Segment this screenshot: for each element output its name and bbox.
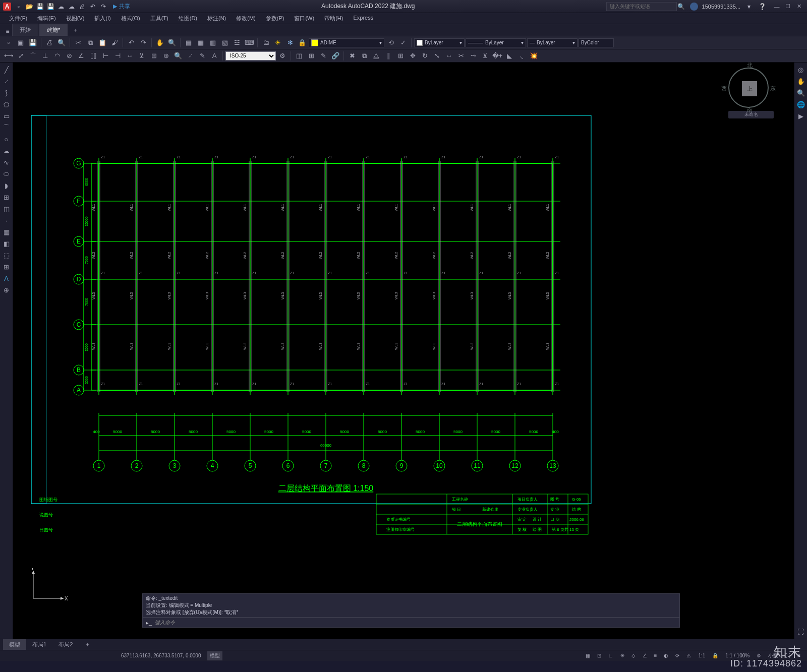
restore-button[interactable]: ☐ <box>783 3 793 11</box>
undo-icon[interactable]: ↶ <box>88 2 97 11</box>
scale-label[interactable]: 1:1 / 100% <box>723 652 752 659</box>
dim-arc-icon[interactable]: ⌒ <box>27 50 38 62</box>
drawing-canvas[interactable]: ABCDEFG 12345678910111213 40050005000500… <box>13 63 794 639</box>
xref-icon[interactable]: 🔗 <box>330 50 341 62</box>
spline-icon[interactable]: ∿ <box>2 157 12 167</box>
transparency-icon[interactable]: ◐ <box>661 652 671 659</box>
color-dropdown[interactable]: ByLayer▾ <box>414 38 465 47</box>
jog-icon[interactable]: ⟋ <box>185 50 196 62</box>
insert-icon[interactable]: ⊞ <box>306 50 317 62</box>
hatch-icon[interactable]: ▦ <box>2 227 12 237</box>
nav-zoom-icon[interactable]: 🔍 <box>796 88 806 98</box>
viewport-max-icon[interactable]: ⛶ <box>796 627 806 637</box>
layout-add[interactable]: ＋ <box>79 639 96 650</box>
dimedit-icon[interactable]: ✎ <box>197 50 208 62</box>
new-icon[interactable]: ▫ <box>14 2 23 11</box>
status-model[interactable]: 模型 <box>207 651 222 660</box>
new-tab-button[interactable]: ＋ <box>69 24 82 36</box>
grid-icon[interactable]: ▦ <box>583 652 593 659</box>
dim-angular-icon[interactable]: ∠ <box>76 50 87 62</box>
menu-parametric[interactable]: 参数(P) <box>261 13 290 24</box>
revcloud-icon[interactable]: ☁ <box>2 146 12 156</box>
ellipse-arc-icon[interactable]: ◗ <box>2 180 12 191</box>
save-icon[interactable]: 💾 <box>35 2 44 11</box>
menu-file[interactable]: 文件(F) <box>4 13 32 24</box>
trim-icon[interactable]: ✂ <box>455 50 467 62</box>
array-icon[interactable]: ⊞ <box>395 50 406 62</box>
menu-modify[interactable]: 修改(M) <box>231 13 261 24</box>
preview-icon[interactable]: 🔍 <box>56 37 67 48</box>
plotstyle-dropdown[interactable]: ByColor <box>579 38 614 47</box>
calc-icon[interactable]: ⌨ <box>244 37 255 48</box>
dim-continue-icon[interactable]: ⊣ <box>112 50 123 62</box>
edit-attr-icon[interactable]: ✎ <box>318 50 329 62</box>
plot-icon[interactable]: 🖨 <box>78 2 87 11</box>
extend-icon[interactable]: ⤳ <box>468 50 479 62</box>
share-button[interactable]: ▶ 共享 <box>113 3 130 10</box>
tab-current[interactable]: 建施* <box>39 24 68 36</box>
scale-icon[interactable]: ⤡ <box>431 50 442 62</box>
otrack-icon[interactable]: ∠ <box>640 652 650 659</box>
osnap-icon[interactable]: ◇ <box>629 652 638 659</box>
designcenter-icon[interactable]: ▦ <box>195 37 206 48</box>
tolerance-icon[interactable]: ⊞ <box>148 50 159 62</box>
open-doc-icon[interactable]: ▣ <box>15 37 26 48</box>
undo2-icon[interactable]: ↶ <box>126 37 137 48</box>
menu-draw[interactable]: 绘图(D) <box>174 13 202 24</box>
layout-2[interactable]: 布局2 <box>52 639 79 650</box>
menu-window[interactable]: 窗口(W) <box>289 13 319 24</box>
rectangle-icon[interactable]: ▭ <box>2 111 12 121</box>
matchprop-icon[interactable]: 🖌 <box>109 37 120 48</box>
polar-icon[interactable]: ✳ <box>618 652 627 659</box>
units-label[interactable]: 小数 <box>766 651 781 660</box>
dim-break-icon[interactable]: ⊻ <box>136 50 147 62</box>
nav-orbit-icon[interactable]: 🌐 <box>796 99 806 109</box>
dim-diameter-icon[interactable]: ⊘ <box>64 50 75 62</box>
dimstyle-dropdown[interactable]: ISO-25 <box>225 51 276 60</box>
erase-icon[interactable]: ✖ <box>347 50 358 62</box>
menu-format[interactable]: 格式(O) <box>116 13 145 24</box>
dimstyle-mgr-icon[interactable]: ⚙ <box>277 50 288 62</box>
autodesk-app-icon[interactable]: ▾ <box>744 2 754 11</box>
redo2-icon[interactable]: ↷ <box>138 37 149 48</box>
menu-help[interactable]: 帮助(H) <box>319 13 348 24</box>
toolpalette-icon[interactable]: ▥ <box>207 37 218 48</box>
sun-icon[interactable]: ☀ <box>272 37 283 48</box>
dim-ordinate-icon[interactable]: ⊥ <box>39 50 50 62</box>
web-open-icon[interactable]: ☁ <box>56 2 66 11</box>
lwt-icon[interactable]: ≡ <box>652 652 660 659</box>
layout-model[interactable]: 模型 <box>3 639 26 650</box>
menu-edit[interactable]: 编辑(E) <box>32 13 61 24</box>
dim-linear-icon[interactable]: ⟷ <box>3 50 14 62</box>
open-icon[interactable]: 📂 <box>25 2 34 11</box>
fullscreen-icon[interactable]: ⛶ <box>783 652 793 659</box>
minimize-button[interactable]: — <box>772 3 782 11</box>
copy-icon[interactable]: ⧉ <box>85 37 96 48</box>
rotate-icon[interactable]: ↻ <box>419 50 430 62</box>
lock-icon[interactable]: 🔒 <box>297 37 308 48</box>
prop-icon[interactable]: ▤ <box>183 37 194 48</box>
ellipse-icon[interactable]: ⬭ <box>2 169 12 179</box>
nav-pan-icon[interactable]: ✋ <box>796 76 806 86</box>
polygon-icon[interactable]: ⬠ <box>2 99 12 109</box>
menu-dimension[interactable]: 标注(N) <box>202 13 231 24</box>
copy2-icon[interactable]: ⧉ <box>359 50 370 62</box>
pline-icon[interactable]: ⟆ <box>2 88 12 98</box>
anno-scale-icon[interactable]: 🔒 <box>710 652 721 659</box>
dim-baseline-icon[interactable]: ⊢ <box>100 50 111 62</box>
offset-icon[interactable]: ∥ <box>383 50 394 62</box>
tab-start[interactable]: 开始 <box>12 24 38 36</box>
region-icon[interactable]: ⬚ <box>2 250 12 260</box>
menu-insert[interactable]: 插入(I) <box>89 13 116 24</box>
linetype-dropdown[interactable]: ———ByLayer▾ <box>466 38 526 47</box>
dim-space-icon[interactable]: ↔ <box>124 50 135 62</box>
search-input[interactable] <box>606 2 677 11</box>
ortho-icon[interactable]: ∟ <box>606 652 616 659</box>
save-doc-icon[interactable]: 💾 <box>27 37 38 48</box>
paste-icon[interactable]: 📋 <box>97 37 108 48</box>
break-icon[interactable]: ⊻ <box>480 50 491 62</box>
help-icon[interactable]: ❔ <box>758 2 767 11</box>
centermark-icon[interactable]: ⊕ <box>160 50 171 62</box>
dimtext-icon[interactable]: A <box>209 50 220 62</box>
redo-icon[interactable]: ↷ <box>99 2 108 11</box>
